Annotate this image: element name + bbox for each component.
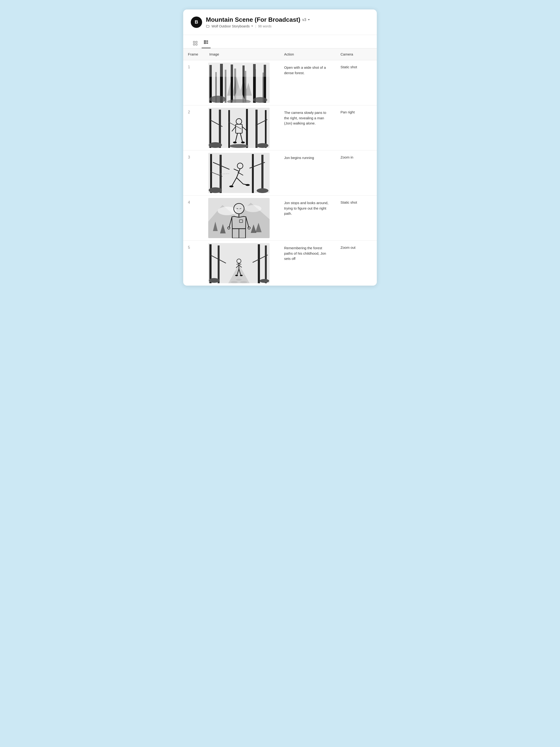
header: B Mountain Scene (For Broadcast) v3 bbox=[183, 9, 377, 35]
svg-point-81 bbox=[245, 205, 261, 212]
svg-point-43 bbox=[209, 142, 222, 148]
svg-point-53 bbox=[241, 141, 245, 144]
meta-separator: | bbox=[256, 24, 257, 28]
action-text: Jon begins running bbox=[279, 151, 336, 196]
svg-rect-2 bbox=[193, 44, 195, 45]
header-action: Action bbox=[279, 48, 336, 60]
svg-rect-34 bbox=[209, 109, 211, 148]
svg-point-52 bbox=[233, 141, 237, 144]
action-text: Jon stops and looks around, trying to fi… bbox=[279, 196, 336, 241]
storyboard-image[interactable] bbox=[208, 243, 270, 283]
frame-number: 4 bbox=[183, 196, 205, 241]
svg-rect-32 bbox=[208, 62, 270, 77]
storyboard-image[interactable] bbox=[208, 62, 270, 103]
image-cell bbox=[205, 105, 279, 151]
storyboard-image[interactable] bbox=[208, 153, 270, 193]
action-text: The camera slowly pans to the right, rev… bbox=[279, 105, 336, 151]
svg-rect-7 bbox=[204, 43, 206, 44]
table-row: 2 bbox=[183, 105, 377, 151]
storyboard-image[interactable] bbox=[208, 108, 270, 148]
frame-number: 2 bbox=[183, 105, 205, 151]
action-text: Open with a wide shot of a dense forest. bbox=[279, 60, 336, 105]
image-cell bbox=[205, 60, 279, 105]
svg-rect-1 bbox=[196, 41, 197, 43]
svg-point-105 bbox=[209, 278, 219, 283]
svg-point-106 bbox=[260, 279, 269, 283]
svg-rect-36 bbox=[228, 110, 230, 148]
header-frame: Frame bbox=[183, 48, 205, 60]
svg-rect-0 bbox=[193, 41, 195, 43]
image-cell bbox=[205, 196, 279, 241]
svg-rect-39 bbox=[265, 110, 267, 148]
app-container: B Mountain Scene (For Broadcast) v3 bbox=[183, 9, 377, 286]
doc-title: Mountain Scene (For Broadcast) bbox=[206, 16, 300, 23]
frame-number: 3 bbox=[183, 151, 205, 196]
list-view-button[interactable] bbox=[202, 38, 211, 48]
svg-point-114 bbox=[240, 275, 243, 276]
svg-point-45 bbox=[230, 144, 248, 148]
svg-point-44 bbox=[257, 143, 268, 148]
svg-rect-57 bbox=[252, 154, 254, 193]
svg-rect-38 bbox=[256, 110, 258, 148]
header-camera: Camera bbox=[336, 48, 377, 60]
svg-point-113 bbox=[235, 275, 238, 276]
svg-rect-95 bbox=[218, 246, 219, 283]
svg-point-29 bbox=[209, 96, 226, 103]
frame-number: 5 bbox=[183, 241, 205, 286]
svg-rect-3 bbox=[196, 44, 197, 45]
camera-text: Pan right bbox=[336, 105, 377, 151]
svg-rect-55 bbox=[210, 154, 212, 193]
table-row: 3 bbox=[183, 151, 377, 196]
svg-point-71 bbox=[229, 185, 234, 187]
svg-rect-4 bbox=[204, 41, 206, 42]
svg-point-104 bbox=[235, 277, 239, 278]
action-text: Remembering the forest paths of his chil… bbox=[279, 241, 336, 286]
camera-text: Zoom in bbox=[336, 151, 377, 196]
svg-rect-96 bbox=[258, 244, 260, 283]
svg-point-103 bbox=[240, 281, 247, 283]
header-image: Image bbox=[205, 48, 279, 60]
svg-point-102 bbox=[236, 279, 242, 281]
camera-text: Static shot bbox=[336, 196, 377, 241]
folder-name[interactable]: Wolf Outdoor Storyboards bbox=[212, 24, 254, 28]
svg-point-63 bbox=[209, 187, 222, 193]
table-row: 4 bbox=[183, 196, 377, 241]
storyboard-image[interactable] bbox=[208, 198, 270, 238]
word-count: 98 words bbox=[258, 24, 271, 28]
svg-rect-37 bbox=[246, 109, 248, 148]
doc-title-row: Mountain Scene (For Broadcast) v3 bbox=[206, 16, 311, 23]
logo-avatar: B bbox=[191, 17, 202, 28]
table-row: 5 bbox=[183, 241, 377, 286]
table-row: 1 bbox=[183, 60, 377, 105]
svg-rect-58 bbox=[261, 155, 264, 193]
svg-rect-35 bbox=[219, 110, 221, 148]
storyboard-table: Frame Image Action Camera 1 bbox=[183, 48, 377, 286]
toolbar bbox=[183, 35, 377, 48]
version-dropdown[interactable]: v3 bbox=[302, 18, 311, 22]
svg-point-30 bbox=[253, 97, 267, 103]
meta-row: Wolf Outdoor Storyboards | 98 words bbox=[206, 24, 311, 28]
camera-text: Zoom out bbox=[336, 241, 377, 286]
image-cell bbox=[205, 151, 279, 196]
folder-icon bbox=[206, 24, 210, 28]
image-cell bbox=[205, 241, 279, 286]
svg-rect-97 bbox=[265, 246, 267, 283]
svg-rect-94 bbox=[209, 244, 212, 283]
svg-point-64 bbox=[257, 188, 268, 193]
table-header-row: Frame Image Action Camera bbox=[183, 48, 377, 60]
svg-point-73 bbox=[245, 184, 250, 186]
camera-text: Static shot bbox=[336, 60, 377, 105]
frame-number: 1 bbox=[183, 60, 205, 105]
grid-view-button[interactable] bbox=[191, 39, 200, 47]
svg-point-101 bbox=[231, 281, 238, 283]
title-area: Mountain Scene (For Broadcast) v3 Wolf O… bbox=[206, 16, 311, 28]
